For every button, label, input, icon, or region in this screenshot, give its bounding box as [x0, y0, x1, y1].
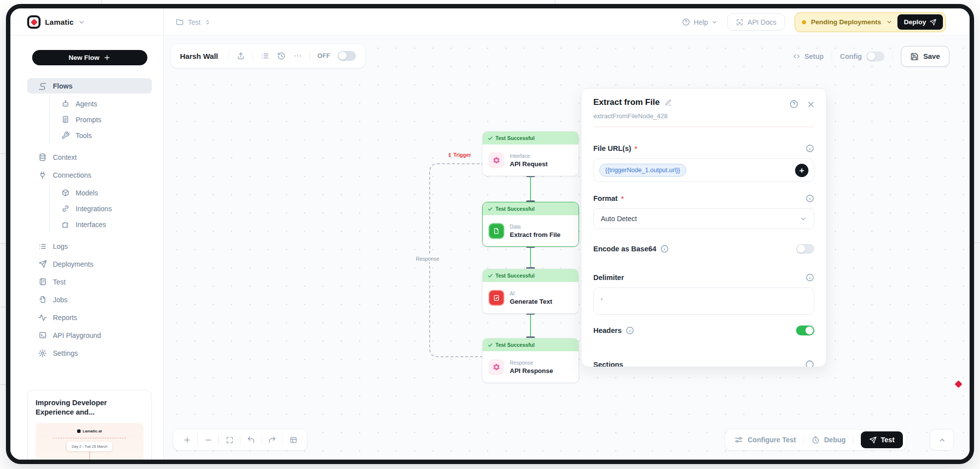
node-title: Extract from File — [510, 231, 561, 238]
edit-pencil-icon[interactable] — [665, 99, 672, 106]
sidebar-item-label: Settings — [53, 349, 78, 357]
flow-node-api-response[interactable]: Test Successful Response API Response — [482, 338, 579, 383]
check-icon — [488, 206, 493, 212]
terminal-icon — [38, 331, 47, 340]
list-view-button[interactable] — [261, 51, 269, 60]
plus-icon — [103, 54, 111, 61]
headers-toggle[interactable] — [796, 326, 814, 335]
node-category: Response — [510, 360, 553, 366]
canvas-header-right: Setup Config Save — [793, 45, 949, 68]
promo-decoration — [89, 452, 90, 463]
variable-chip[interactable]: {{triggerNode_1.output.url}} — [599, 164, 686, 177]
sidebar-item-interfaces[interactable]: Interfaces — [50, 217, 152, 232]
node-status-badge: Test Successful — [483, 338, 579, 351]
flow-name[interactable]: Harsh Wall — [180, 52, 221, 60]
divider — [803, 434, 804, 445]
sidebar-item-settings[interactable]: Settings — [27, 345, 152, 361]
sliders-icon — [734, 435, 743, 444]
clipped-next-field: Sections — [593, 360, 814, 367]
canvas-test-toolbar: Configure Test Debug Test — [725, 429, 907, 451]
chevron-up-icon — [938, 436, 946, 444]
flow-node-api-request[interactable]: Test Successful Interface API Request — [482, 131, 579, 176]
sidebar-item-api-playground[interactable]: API Playground — [27, 328, 152, 343]
brand[interactable]: Lamatic — [27, 8, 85, 36]
format-select[interactable]: Auto Detect — [593, 208, 814, 229]
sidebar-item-context[interactable]: Context — [27, 149, 152, 165]
promo-date-chip: Day 2 - Tue 25 March — [67, 442, 112, 451]
trigger-label: Trigger — [447, 152, 471, 158]
configure-test-button[interactable]: Configure Test — [734, 435, 796, 444]
pending-deployments-pill[interactable]: Pending Deployments Deploy — [795, 12, 946, 32]
undo-button[interactable] — [240, 432, 261, 447]
add-url-button[interactable]: + — [795, 164, 808, 177]
sidebar-item-prompts[interactable]: Prompts — [50, 112, 152, 127]
setup-button[interactable]: Setup — [793, 52, 824, 60]
promo-card[interactable]: Improving Developer Experience and... La… — [27, 390, 152, 464]
sidebar-item-flows[interactable]: Flows — [27, 78, 152, 94]
sidebar-item-test[interactable]: Test — [27, 274, 152, 289]
chevron-circle-icon[interactable] — [805, 360, 814, 367]
flow-canvas[interactable] — [164, 36, 970, 460]
flow-node-generate-text[interactable]: Test Successful AI Generate Text — [482, 269, 579, 314]
lamatic-logo-icon — [27, 15, 41, 29]
sidebar-item-label: Integrations — [76, 205, 112, 213]
sidebar-item-connections[interactable]: Connections — [27, 167, 152, 183]
share-button[interactable] — [236, 51, 245, 60]
node-title: API Response — [510, 367, 553, 375]
clipped-field-label: Sections — [593, 361, 623, 368]
redo-button[interactable] — [262, 432, 282, 447]
flow-enabled-toggle[interactable] — [338, 51, 356, 61]
sidebar-item-integrations[interactable]: Integrations — [50, 201, 152, 216]
sidebar-item-reports[interactable]: Reports — [27, 310, 152, 325]
zoom-out-button[interactable] — [198, 432, 219, 447]
sidebar-item-label: Prompts — [76, 116, 101, 124]
puzzle-icon — [61, 220, 70, 229]
response-node-icon — [489, 359, 504, 375]
info-icon[interactable] — [805, 194, 814, 203]
sidebar-item-agents[interactable]: Agents — [50, 96, 152, 111]
divider — [593, 127, 814, 127]
collapse-panel-button[interactable] — [930, 429, 954, 451]
top-bar: Lamatic Test Help — [10, 8, 970, 36]
debug-button[interactable]: Debug — [811, 436, 846, 444]
sidebar-item-jobs[interactable]: Jobs — [27, 292, 152, 307]
required-asterisk: * — [621, 195, 624, 202]
sidebar-item-models[interactable]: Models — [50, 185, 152, 200]
sidebar-item-deployments[interactable]: Deployments — [27, 256, 152, 272]
more-options-button[interactable] — [293, 51, 302, 60]
sidebar-item-label: API Playground — [53, 331, 101, 339]
notes-grid-button[interactable] — [283, 432, 304, 447]
test-button[interactable]: Test — [861, 431, 903, 448]
deploy-button[interactable]: Deploy — [897, 14, 943, 30]
close-icon[interactable] — [806, 100, 815, 109]
question-circle-icon — [682, 18, 690, 26]
api-docs-button[interactable]: API Docs — [727, 13, 785, 31]
node-status-badge: Test Successful — [483, 269, 579, 282]
history-button[interactable] — [277, 51, 286, 60]
sidebar-item-logs[interactable]: Logs — [27, 238, 152, 254]
sidebar-item-tools[interactable]: Tools — [50, 128, 152, 143]
config-toggle[interactable] — [866, 51, 885, 61]
info-icon[interactable] — [805, 144, 814, 153]
flow-node-extract-from-file[interactable]: Test Successful Data Extract from File — [482, 202, 579, 247]
info-icon[interactable] — [805, 273, 814, 282]
file-url-label: File URL(s) — [593, 144, 631, 152]
fit-view-button[interactable] — [219, 432, 240, 447]
help-menu[interactable]: Help — [682, 18, 717, 26]
response-edge-label: Response — [414, 255, 441, 262]
panel-help-icon[interactable] — [789, 99, 799, 109]
delimiter-label: Delimiter — [593, 274, 624, 281]
sidebar: New Flow Flows Agents Prompts Tools — [10, 36, 163, 460]
divider — [892, 51, 893, 62]
file-url-input[interactable]: {{triggerNode_1.output.url}} + — [593, 158, 814, 182]
trigger-arrows-icon — [447, 152, 452, 158]
new-flow-button[interactable]: New Flow — [32, 50, 147, 65]
info-icon[interactable] — [660, 244, 669, 253]
zoom-in-button[interactable] — [177, 432, 197, 447]
save-button[interactable]: Save — [901, 46, 949, 67]
sidebar-item-label: Deployments — [53, 260, 93, 268]
encode-base64-toggle[interactable] — [796, 244, 814, 254]
delimiter-input[interactable]: , — [593, 287, 814, 315]
project-tab-test[interactable]: Test — [176, 8, 211, 36]
info-icon[interactable] — [625, 326, 634, 335]
